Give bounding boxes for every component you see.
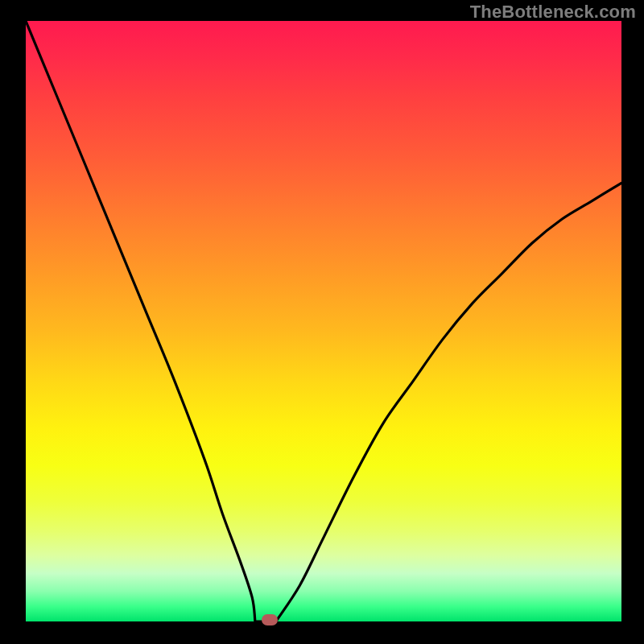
plot-area bbox=[26, 21, 621, 621]
curve-path bbox=[26, 21, 621, 621]
watermark-text: TheBottleneck.com bbox=[470, 2, 636, 23]
optimum-marker bbox=[262, 614, 278, 625]
chart-frame: TheBottleneck.com bbox=[0, 0, 644, 644]
bottleneck-curve bbox=[26, 21, 621, 621]
